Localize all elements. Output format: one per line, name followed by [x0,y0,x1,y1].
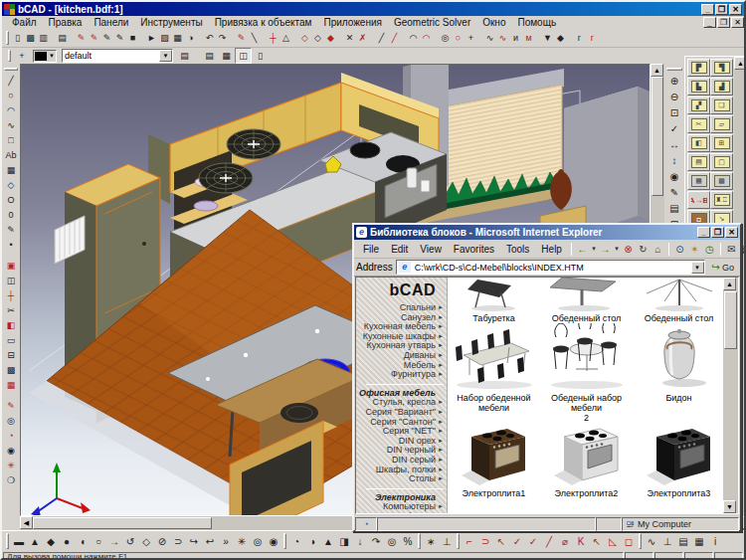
toolbar-grip[interactable] [418,533,421,549]
drawing-tool-button[interactable]: ┼ [4,287,19,302]
utility-tool-button[interactable]: ▤ [675,533,691,550]
solid-tool-button[interactable]: ◇ [138,533,154,550]
block-item[interactable]: Электроплита3 [633,423,723,498]
solid-tool-button[interactable]: ◖ [75,533,91,550]
sidebar-link[interactable]: ► [366,384,444,385]
snap-tool-button[interactable]: ↖ [493,533,509,550]
toolbar-grip[interactable] [8,50,11,63]
sidebar-link[interactable]: Столы ► [356,474,444,484]
drawing-tool-button[interactable]: O [4,192,19,207]
view-tool-button[interactable]: ↔ [666,136,682,152]
toolbar-button[interactable]: ∿ [496,31,509,46]
search-icon[interactable]: ⊙ [672,242,687,257]
menu-item[interactable]: Привязка к объектам [209,17,318,28]
ie-title-bar[interactable]: e Библиотека блоков - Microsoft Internet… [354,225,740,240]
snap-tool-button[interactable]: ✓ [509,533,525,550]
solid-tool-button[interactable]: ⊃ [170,533,186,550]
block-item[interactable]: Набор обеденной мебели [448,323,540,423]
toolbar-button[interactable]: ↷ [216,31,229,46]
forward-dropdown-icon[interactable]: ▾ [613,242,621,257]
drawing-tool-button[interactable]: ◉ [4,443,19,458]
block-item[interactable]: Табуретка [448,278,540,323]
drawing-tool-button[interactable]: ▩ [4,362,19,377]
toolbar-grip[interactable] [283,533,286,549]
toolbar-grip[interactable] [6,31,9,45]
address-input-box[interactable]: e ▼ [396,260,705,275]
palette-button[interactable]: ▜ [710,59,733,77]
drawing-tool-button[interactable]: ⊟ [4,347,19,362]
palette-button[interactable]: ▦ [687,172,710,190]
favorites-icon[interactable]: ✶ [687,242,702,257]
solid-tool-button[interactable]: ○ [91,533,106,550]
toolbar-button[interactable]: ✎ [235,31,248,46]
menu-item[interactable]: Помощь [511,17,562,28]
surface-tool-button[interactable]: ↷ [368,533,384,550]
toolbar-button[interactable]: ◑ [184,31,197,46]
menu-item[interactable]: Файл [6,17,43,28]
solid-tool-button[interactable]: ▬ [11,533,27,550]
toolbar-button[interactable]: ▼ [541,31,554,46]
palette-button[interactable]: ▤ [687,153,710,171]
toolbar-button[interactable]: ╱ [375,31,388,46]
view-tool-button[interactable]: ↕ [666,152,682,168]
palette-button[interactable]: ✂ [687,115,710,133]
print-icon[interactable]: ▤ [739,242,746,257]
view-tool-button[interactable]: ◉ [666,168,682,184]
menu-item[interactable]: Правка [43,17,89,28]
solid-tool-button[interactable]: ◉ [266,533,281,550]
combo-dropdown-button[interactable]: ▼ [159,50,172,62]
toolbar-button[interactable]: ✗ [356,31,369,46]
ie-close-button[interactable]: ✕ [725,227,738,238]
view-mode-button[interactable]: ▯ [252,48,269,64]
toolbar-button[interactable]: ∿ [483,31,496,46]
view-tool-button[interactable]: ✎ [666,184,682,200]
solid-tool-button[interactable]: ● [59,533,75,550]
ie-minimize-button[interactable]: _ [697,227,710,238]
palette-button[interactable]: ♜♖ [710,191,733,209]
menu-item[interactable]: Geometric Solver [388,17,476,28]
surface-tool-button[interactable]: ◨ [336,533,352,550]
block-item[interactable]: Бидон [633,323,723,423]
view-tool-button[interactable]: ✓ [666,120,682,136]
restore-button[interactable]: ❐ [715,4,728,15]
snap-tool-button[interactable]: ↖ [589,533,605,550]
view-tool-button[interactable]: ▤ [666,200,682,216]
toolbar-button[interactable]: △ [280,31,292,46]
toolbar-button[interactable]: г [586,31,599,46]
block-item[interactable]: Обеденный стол [540,278,633,323]
toolbar-grip[interactable] [4,68,18,71]
drawing-tool-button[interactable]: ◎ [4,413,19,428]
drawing-tool-button[interactable]: ▦ [4,162,19,177]
go-button[interactable]: ↪ Go [708,262,738,273]
toolbar-grip[interactable] [666,68,682,71]
toolbar-button[interactable]: ✕ [343,31,356,46]
snap-tool-button[interactable]: K [573,533,589,550]
title-bar[interactable]: bCAD - [kitchen.bdf:1] _ ❐ ✕ [2,2,744,16]
toolbar-button[interactable]: ◎ [439,31,452,46]
toolbar-button[interactable]: ╲ [248,31,261,46]
ie-scroll-up[interactable]: ▲ [723,278,736,290]
minimize-button[interactable]: _ [701,4,714,15]
toolbar-button[interactable]: ▨ [158,31,171,46]
utility-tool-button[interactable]: i [707,533,723,550]
drawing-tool-button[interactable]: ▦ [4,377,19,392]
ie-menu-item[interactable]: Edit [385,244,414,255]
back-icon[interactable]: ← [575,242,590,257]
solid-tool-button[interactable]: ✳ [234,533,250,550]
ie-scroll-thumb[interactable] [724,291,737,349]
menu-item[interactable]: Окно [476,17,511,28]
scroll-up-button[interactable]: ▲ [651,64,663,77]
toolbar-button[interactable]: ✎ [100,31,113,46]
toolbar-button[interactable]: + [465,31,477,46]
layer-combo[interactable]: ▼ [62,49,173,63]
toolbar-button[interactable]: и [509,31,522,46]
sidebar-link[interactable]: ► [366,488,444,489]
snap-tool-button[interactable]: ⌐ [462,533,477,550]
vscroll-thumb[interactable] [652,77,663,196]
solid-tool-button[interactable]: ↩ [202,533,218,550]
menu-item[interactable]: Приложения [317,17,388,28]
snap-tool-button[interactable]: ⌀ [557,533,573,550]
drawing-tool-button[interactable]: 0 [4,207,19,222]
layer-combo-input[interactable] [63,51,159,62]
toolbar-button[interactable]: ■ [126,31,139,46]
